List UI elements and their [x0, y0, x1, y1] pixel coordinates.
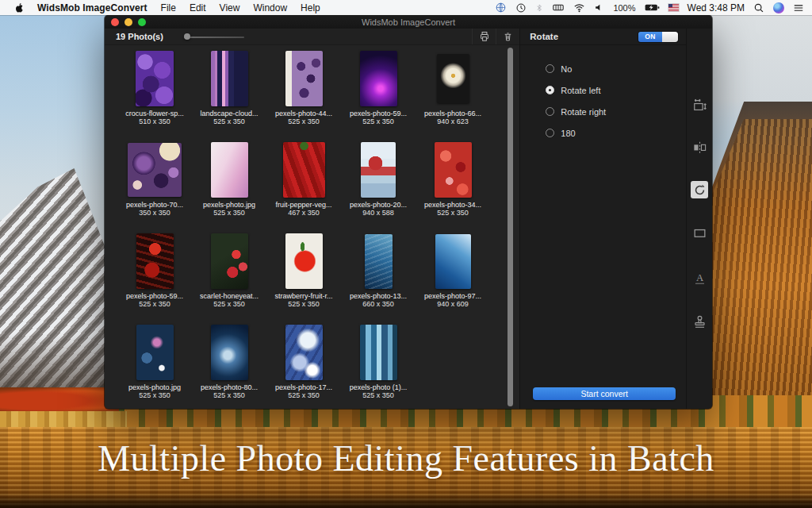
menu-window[interactable]: Window	[253, 2, 287, 13]
photo-thumbnail[interactable]	[211, 142, 248, 198]
photo-thumbnail[interactable]	[361, 142, 396, 198]
flip-tool-icon[interactable]	[691, 138, 708, 156]
photo-item[interactable]: fruit-pepper-veg...467 x 350	[266, 141, 341, 233]
radio-icon[interactable]	[546, 107, 554, 116]
photo-toolbar: 19 Photo(s)	[105, 29, 519, 45]
time-machine-icon[interactable]	[515, 2, 527, 13]
slider-track[interactable]	[184, 37, 244, 38]
us-flag-icon[interactable]	[668, 4, 679, 11]
photo-thumbnail[interactable]	[211, 325, 248, 380]
photo-item[interactable]: scarlet-honeyeat...525 x 350	[192, 233, 266, 324]
border-tool-icon[interactable]	[691, 224, 708, 241]
photo-thumbnail[interactable]	[136, 233, 174, 289]
photo-item[interactable]: pexels-photo-59...525 x 350	[117, 233, 192, 324]
radio-icon[interactable]	[546, 64, 554, 73]
photo-item[interactable]: pexels-photo-70...350 x 350	[117, 141, 192, 233]
photo-thumbnail[interactable]	[211, 51, 248, 106]
photo-item[interactable]: landscape-cloud...525 x 350	[192, 50, 266, 141]
vertical-scrollbar[interactable]	[508, 48, 513, 406]
photo-item[interactable]: strawberry-fruit-r...525 x 350	[266, 233, 341, 324]
photo-item[interactable]: pexels-photo-44...525 x 350	[266, 50, 341, 141]
photo-item[interactable]: pexels-photo-97...940 x 609	[416, 233, 490, 324]
resize-tool-icon[interactable]	[691, 96, 708, 114]
toggle-knob[interactable]	[662, 32, 678, 42]
radio-selected-icon[interactable]	[546, 86, 554, 94]
photo-item[interactable]: pexels-photo-13...660 x 350	[341, 233, 416, 324]
window-title: WidsMob ImageConvert	[362, 17, 455, 27]
photo-thumbnail-box	[341, 50, 416, 107]
keyboard-battery-icon[interactable]	[552, 2, 565, 13]
delete-button[interactable]	[496, 29, 519, 44]
photo-filename: scarlet-honeyeat...	[192, 292, 266, 300]
zoom-button[interactable]	[138, 18, 146, 26]
photo-thumbnail[interactable]	[211, 233, 248, 289]
rotate-option-label: No	[561, 64, 572, 74]
photo-item[interactable]: pexels-photo-34...525 x 350	[416, 141, 490, 233]
rotate-option-label: Rotate left	[561, 86, 600, 95]
photo-thumbnail[interactable]	[435, 234, 471, 289]
wifi-icon[interactable]	[573, 3, 585, 13]
menu-file[interactable]: File	[161, 2, 176, 13]
photo-item[interactable]: pexels-photo-20...940 x 588	[341, 141, 416, 233]
rotate-panel-title: Rotate	[530, 32, 558, 41]
thumbnail-size-slider[interactable]	[184, 33, 244, 40]
photo-thumbnail[interactable]	[285, 325, 323, 380]
photo-thumbnail[interactable]	[136, 325, 174, 380]
menu-edit[interactable]: Edit	[190, 2, 206, 13]
photo-dimensions: 525 x 350	[117, 391, 192, 400]
siri-icon[interactable]	[773, 2, 784, 13]
photo-item[interactable]: pexels-photo.jpg525 x 350	[192, 141, 266, 233]
photo-item[interactable]: pexels-photo.jpg525 x 350	[117, 324, 192, 409]
photo-thumbnail[interactable]	[365, 234, 393, 289]
battery-icon[interactable]	[645, 3, 660, 12]
photo-thumbnail[interactable]	[285, 233, 323, 289]
menu-clock[interactable]: Wed 3:48 PM	[688, 2, 745, 13]
rotate-option-180[interactable]: 180	[546, 122, 686, 144]
photo-item[interactable]: crocus-flower-sp...510 x 350	[117, 50, 192, 141]
photo-item[interactable]: pexels-photo-80...525 x 350	[192, 324, 266, 409]
photo-item[interactable]: pexels-photo-59...525 x 350	[341, 50, 416, 141]
bluetooth-icon[interactable]	[535, 2, 543, 13]
globe-icon[interactable]	[495, 2, 507, 13]
window-titlebar[interactable]: WidsMob ImageConvert	[105, 15, 712, 29]
slider-thumb[interactable]	[184, 33, 190, 40]
photo-thumbnail-box	[192, 141, 266, 198]
spotlight-search-icon[interactable]	[753, 2, 764, 13]
photo-thumbnail[interactable]	[136, 51, 174, 106]
volume-icon[interactable]	[594, 2, 604, 13]
photo-thumbnail-box	[416, 233, 490, 290]
photo-grid-pane[interactable]: crocus-flower-sp...510 x 350landscape-cl…	[105, 46, 519, 409]
notification-center-icon[interactable]	[793, 3, 804, 13]
apple-menu-icon[interactable]	[14, 2, 24, 13]
photo-filename: pexels-photo-20...	[341, 201, 416, 209]
photo-thumbnail[interactable]	[360, 51, 397, 106]
menu-app-name[interactable]: WidsMob ImageConvert	[37, 2, 147, 13]
print-button[interactable]	[472, 29, 496, 44]
photo-item[interactable]: pexels-photo-17...525 x 350	[266, 324, 341, 409]
photo-thumbnail[interactable]	[435, 142, 472, 198]
photo-item[interactable]: pexels-photo (1)...525 x 350	[341, 324, 416, 409]
start-convert-button[interactable]: Start convert	[533, 387, 676, 400]
photo-filename: pexels-photo-97...	[416, 292, 490, 300]
rotate-option-no[interactable]: No	[546, 58, 686, 79]
minimize-button[interactable]	[124, 18, 132, 26]
stamp-watermark-tool-icon[interactable]	[691, 313, 708, 330]
rotate-option-rotate-left[interactable]: Rotate left	[546, 79, 686, 101]
photo-thumbnail[interactable]	[128, 143, 182, 197]
menu-view[interactable]: View	[220, 2, 240, 13]
photo-thumbnail-box	[341, 324, 416, 381]
photo-thumbnail[interactable]	[437, 54, 469, 103]
photo-item[interactable]: pexels-photo-66...940 x 623	[416, 50, 490, 141]
photo-thumbnail[interactable]	[360, 325, 397, 380]
menu-help[interactable]: Help	[301, 2, 320, 13]
text-watermark-tool-icon[interactable]: A	[691, 269, 708, 287]
rotate-tool-icon[interactable]	[691, 181, 708, 198]
photo-thumbnail[interactable]	[283, 142, 325, 198]
rotate-toggle[interactable]: ON	[638, 32, 678, 42]
close-button[interactable]	[111, 18, 119, 26]
rotate-option-rotate-right[interactable]: Rotate right	[546, 101, 686, 122]
photo-dimensions: 940 x 623	[416, 117, 490, 126]
photo-filename: pexels-photo-13...	[341, 292, 416, 300]
radio-icon[interactable]	[546, 129, 554, 137]
photo-thumbnail[interactable]	[285, 51, 323, 106]
